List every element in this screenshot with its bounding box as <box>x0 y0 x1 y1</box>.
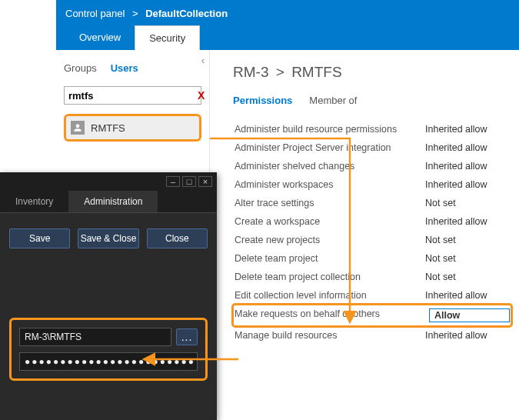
permission-label: Delete team project <box>235 253 318 264</box>
permission-value: Inherited allow <box>425 216 510 227</box>
permission-row[interactable]: Manage build resourcesInherited allow <box>233 326 511 345</box>
sidebar-tab-users[interactable]: Users <box>111 62 138 74</box>
save-button[interactable]: Save <box>9 228 70 248</box>
permission-value: Not set <box>425 198 510 208</box>
permission-row[interactable]: Administer workspacesInherited allow <box>233 175 511 194</box>
permission-row[interactable]: Create a workspaceInherited allow <box>233 212 511 231</box>
account-row: RM-3\RMTFS ... <box>19 328 198 346</box>
permission-value: Inherited allow <box>425 330 510 341</box>
permission-value: Not set <box>425 253 510 264</box>
permission-label: Manage build resources <box>235 330 337 341</box>
permission-label: Alter trace settings <box>235 198 314 208</box>
permission-label: Create a workspace <box>235 216 320 227</box>
permission-row[interactable]: Make requests on behalf of othersAllow <box>233 305 511 326</box>
sidebar-tab-groups[interactable]: Groups <box>64 62 97 74</box>
credentials-form: RM-3\RMTFS ... ●●●●●●●●●●●●●●●●●●●●●●●● <box>9 318 208 381</box>
permissions-list: Administer build resource permissionsInh… <box>233 120 511 345</box>
breadcrumb-sep: > <box>132 8 138 19</box>
breadcrumb-current[interactable]: DefaultCollection <box>145 8 228 19</box>
page-title: RM-3 > RMTFS <box>233 64 511 81</box>
action-bar: Save Save & Close Close <box>9 228 208 248</box>
admin-body: Save Save & Close Close RM-3\RMTFS ... ●… <box>0 213 217 396</box>
admin-tabs: Inventory Administration <box>0 191 217 213</box>
subtab-permissions[interactable]: Permissions <box>233 95 292 106</box>
permission-value[interactable]: Allow <box>429 308 510 322</box>
search-input[interactable] <box>68 90 198 102</box>
permission-label: Delete team project collection <box>235 272 361 282</box>
admin-window: – □ × Inventory Administration Save Save… <box>0 172 217 420</box>
browse-button[interactable]: ... <box>176 328 198 345</box>
permission-label: Administer workspaces <box>235 179 334 190</box>
collapse-icon[interactable]: ‹ <box>201 55 205 66</box>
permission-value: Not set <box>425 235 510 245</box>
permission-label: Administer shelved changes <box>235 161 354 172</box>
permission-label: Make requests on behalf of others <box>235 308 380 322</box>
permission-row[interactable]: Delete team project collectionNot set <box>233 268 511 286</box>
permission-value: Inherited allow <box>425 142 510 153</box>
permissions-panel: RM-3 > RMTFS Permissions Member of Admin… <box>210 50 519 352</box>
maximize-icon[interactable]: □ <box>182 176 196 187</box>
permission-row[interactable]: Create new projectsNot set <box>233 231 511 249</box>
user-search[interactable]: X <box>64 86 201 105</box>
close-button[interactable]: Close <box>147 228 208 248</box>
permission-row[interactable]: Delete team projectNot set <box>233 249 511 268</box>
title-root: RM-3 <box>233 64 268 80</box>
tfs-header: Control panel > DefaultCollection Overvi… <box>56 0 519 50</box>
permission-value: Inherited allow <box>425 290 510 301</box>
permission-value: Inherited allow <box>425 179 510 190</box>
save-close-button[interactable]: Save & Close <box>78 228 138 248</box>
permission-row[interactable]: Alter trace settingsNot set <box>233 194 511 212</box>
permission-row[interactable]: Administer Project Server integrationInh… <box>233 138 511 157</box>
detail-subtabs: Permissions Member of <box>233 95 511 106</box>
tab-overview[interactable]: Overview <box>65 25 135 50</box>
breadcrumb-root[interactable]: Control panel <box>65 8 125 19</box>
tfs-tabs: Overview Security <box>65 25 510 50</box>
titlebar: – □ × <box>0 172 217 191</box>
tab-security[interactable]: Security <box>135 25 200 50</box>
subtab-member-of[interactable]: Member of <box>309 95 357 106</box>
clear-icon[interactable]: X <box>198 89 205 102</box>
permission-row[interactable]: Edit collection level informationInherit… <box>233 286 511 305</box>
breadcrumb: Control panel > DefaultCollection <box>65 5 510 25</box>
tab-inventory[interactable]: Inventory <box>0 191 68 212</box>
permission-value: Not set <box>425 272 510 282</box>
user-icon <box>71 121 85 135</box>
close-icon[interactable]: × <box>198 176 212 187</box>
permission-label: Administer build resource permissions <box>235 124 397 135</box>
permission-value: Inherited allow <box>425 161 510 172</box>
permission-label: Create new projects <box>235 235 320 245</box>
user-row-rmtfs[interactable]: RMTFS <box>64 114 201 142</box>
title-sep: > <box>276 64 284 80</box>
password-field[interactable]: ●●●●●●●●●●●●●●●●●●●●●●●● <box>19 352 198 371</box>
tab-administration[interactable]: Administration <box>68 191 158 212</box>
title-leaf: RMTFS <box>291 64 341 80</box>
permission-label: Administer Project Server integration <box>235 142 391 153</box>
user-label: RMTFS <box>91 122 125 134</box>
minimize-icon[interactable]: – <box>166 176 180 187</box>
sidebar-subtabs: Groups Users <box>64 62 201 74</box>
permission-label: Edit collection level information <box>235 290 367 301</box>
permission-row[interactable]: Administer shelved changesInherited allo… <box>233 157 511 175</box>
account-field[interactable]: RM-3\RMTFS <box>19 328 171 346</box>
permission-row[interactable]: Administer build resource permissionsInh… <box>233 120 511 138</box>
permission-value: Inherited allow <box>425 124 510 135</box>
